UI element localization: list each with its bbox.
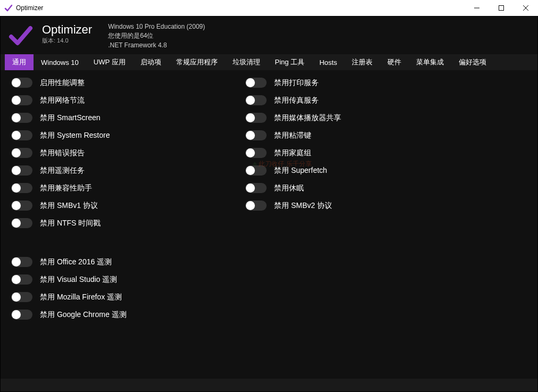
toggle-sysrestore[interactable] xyxy=(11,130,32,140)
tab-hardware[interactable]: 硬件 xyxy=(380,54,409,70)
toggle-row-firefox-telemetry: 禁用 Mozilla Firefox 遥测 xyxy=(11,292,245,302)
toggle-row-media-share: 禁用媒体播放器共享 xyxy=(245,113,527,123)
toggle-knob xyxy=(246,131,255,140)
tab-hosts[interactable]: Hosts xyxy=(312,54,344,70)
tab-ping[interactable]: Ping 工具 xyxy=(268,54,312,70)
toggle-label-compat: 禁用兼容性助手 xyxy=(40,184,92,193)
toggle-knob xyxy=(12,184,21,193)
toggle-telemetry-tasks[interactable] xyxy=(11,165,32,176)
toggle-label-perf: 启用性能调整 xyxy=(40,78,85,88)
toggle-knob xyxy=(12,293,21,302)
toggle-knob xyxy=(12,310,21,319)
toggle-row-office-telemetry: 禁用 Office 2016 遥测 xyxy=(11,257,245,267)
toggle-smbv1[interactable] xyxy=(11,201,32,211)
toggle-row-print: 禁用打印服务 xyxy=(245,78,527,88)
toggle-superfetch[interactable] xyxy=(245,165,267,176)
toggle-hibernate[interactable] xyxy=(245,183,267,193)
toggle-label-sticky: 禁用粘滞键 xyxy=(274,131,311,140)
toggle-label-print: 禁用打印服务 xyxy=(274,78,319,88)
toggle-knob xyxy=(12,257,21,266)
tab-registry[interactable]: 注册表 xyxy=(344,54,380,70)
toggle-label-errorreport: 禁用错误报告 xyxy=(40,148,85,158)
app-title: Optimizer xyxy=(42,23,92,37)
tab-uwp[interactable]: UWP 应用 xyxy=(86,54,133,70)
toggle-row-compat: 禁用兼容性助手 xyxy=(11,183,245,193)
toggle-label-net-throttle: 禁用网络节流 xyxy=(40,96,85,105)
toggle-ntfs-ts[interactable] xyxy=(11,218,32,228)
toggle-label-telemetry-tasks: 禁用遥测任务 xyxy=(40,166,85,176)
system-info: Windows 10 Pro Education (2009) 您使用的是64位… xyxy=(108,23,205,49)
tab-general[interactable]: 通用 xyxy=(5,54,34,70)
toggle-knob xyxy=(246,184,255,193)
toggle-label-hibernate: 禁用休眠 xyxy=(274,184,304,193)
toggle-row-smartscreen: 禁用 SmartScreen xyxy=(11,113,245,123)
toggle-label-fax: 禁用传真服务 xyxy=(274,96,319,105)
toggle-label-homegroup: 禁用家庭组 xyxy=(274,148,311,158)
toggle-knob xyxy=(12,166,21,175)
toggle-row-perf: 启用性能调整 xyxy=(11,78,245,88)
toggle-chrome-telemetry[interactable] xyxy=(11,310,32,320)
toggle-label-office-telemetry: 禁用 Office 2016 遥测 xyxy=(40,257,112,267)
toggle-office-telemetry[interactable] xyxy=(11,257,32,267)
content-area: 启用性能调整禁用网络节流禁用 SmartScreen禁用 System Rest… xyxy=(1,70,537,379)
svg-rect-1 xyxy=(499,6,504,11)
toggle-knob xyxy=(246,113,255,122)
toggle-knob xyxy=(12,219,21,228)
toggle-label-sysrestore: 禁用 System Restore xyxy=(40,131,110,140)
toggle-row-chrome-telemetry: 禁用 Google Chrome 遥测 xyxy=(11,310,245,320)
toggle-knob xyxy=(12,275,21,284)
tab-startup[interactable]: 启动项 xyxy=(133,54,169,70)
toggle-net-throttle[interactable] xyxy=(11,95,32,105)
toggle-homegroup[interactable] xyxy=(245,148,267,158)
toggle-row-sysrestore: 禁用 System Restore xyxy=(11,130,245,140)
tab-cleanup[interactable]: 垃圾清理 xyxy=(225,54,268,70)
toggle-sticky[interactable] xyxy=(245,130,267,140)
toggle-row-vs-telemetry: 禁用 Visual Studio 遥测 xyxy=(11,274,245,285)
minimize-button[interactable] xyxy=(465,0,489,16)
toggle-print[interactable] xyxy=(245,78,267,88)
titlebar: Optimizer xyxy=(0,0,538,16)
toggle-row-net-throttle: 禁用网络节流 xyxy=(11,95,245,105)
toggle-column-left: 启用性能调整禁用网络节流禁用 SmartScreen禁用 System Rest… xyxy=(11,78,245,371)
toggle-knob xyxy=(246,166,255,175)
tab-menu[interactable]: 菜单集成 xyxy=(409,54,451,70)
sysinfo-net: .NET Framework 4.8 xyxy=(108,41,205,49)
toggle-knob xyxy=(12,148,21,157)
toggle-row-superfetch: 禁用 Superfetch xyxy=(245,165,527,176)
toggle-knob xyxy=(12,131,21,140)
toggle-knob xyxy=(12,96,21,105)
toggle-smartscreen[interactable] xyxy=(11,113,32,123)
toggle-row-telemetry-tasks: 禁用遥测任务 xyxy=(11,165,245,176)
tab-bar: 通用Windows 10UWP 应用启动项常规应用程序垃圾清理Ping 工具Ho… xyxy=(1,54,537,70)
toggle-row-fax: 禁用传真服务 xyxy=(245,95,527,105)
tab-win10[interactable]: Windows 10 xyxy=(34,54,86,70)
toggle-label-superfetch: 禁用 Superfetch xyxy=(274,166,327,176)
titlebar-title: Optimizer xyxy=(16,4,43,12)
toggle-row-sticky: 禁用粘滞键 xyxy=(245,130,527,140)
toggle-errorreport[interactable] xyxy=(11,148,32,158)
toggle-row-ntfs-ts: 禁用 NTFS 时间戳 xyxy=(11,218,245,228)
tab-apps[interactable]: 常规应用程序 xyxy=(169,54,225,70)
toggle-compat[interactable] xyxy=(11,183,32,193)
toggle-label-ntfs-ts: 禁用 NTFS 时间戳 xyxy=(40,219,101,228)
toggle-column-right: 禁用打印服务禁用传真服务禁用媒体播放器共享禁用粘滞键禁用家庭组禁用 Superf… xyxy=(245,78,527,371)
toggle-firefox-telemetry[interactable] xyxy=(11,292,32,302)
toggle-label-smbv2: 禁用 SMBv2 协议 xyxy=(274,201,332,211)
toggle-knob xyxy=(12,78,21,87)
toggle-label-vs-telemetry: 禁用 Visual Studio 遥测 xyxy=(40,275,117,285)
app-version: 版本: 14.0 xyxy=(42,37,92,45)
toggle-label-smbv1: 禁用 SMBv1 协议 xyxy=(40,201,98,211)
toggle-knob xyxy=(12,201,21,210)
toggle-knob xyxy=(246,78,255,87)
toggle-media-share[interactable] xyxy=(245,113,267,123)
toggle-row-homegroup: 禁用家庭组 xyxy=(245,148,527,158)
toggle-smbv2[interactable] xyxy=(245,201,267,211)
maximize-button[interactable] xyxy=(489,0,514,16)
toggle-perf[interactable] xyxy=(11,78,32,88)
tab-prefs[interactable]: 偏好选项 xyxy=(451,54,494,70)
toggle-row-smbv1: 禁用 SMBv1 协议 xyxy=(11,201,245,211)
close-button[interactable] xyxy=(514,0,538,16)
toggle-fax[interactable] xyxy=(245,95,267,105)
toggle-label-smartscreen: 禁用 SmartScreen xyxy=(40,113,101,123)
toggle-vs-telemetry[interactable] xyxy=(11,274,32,285)
